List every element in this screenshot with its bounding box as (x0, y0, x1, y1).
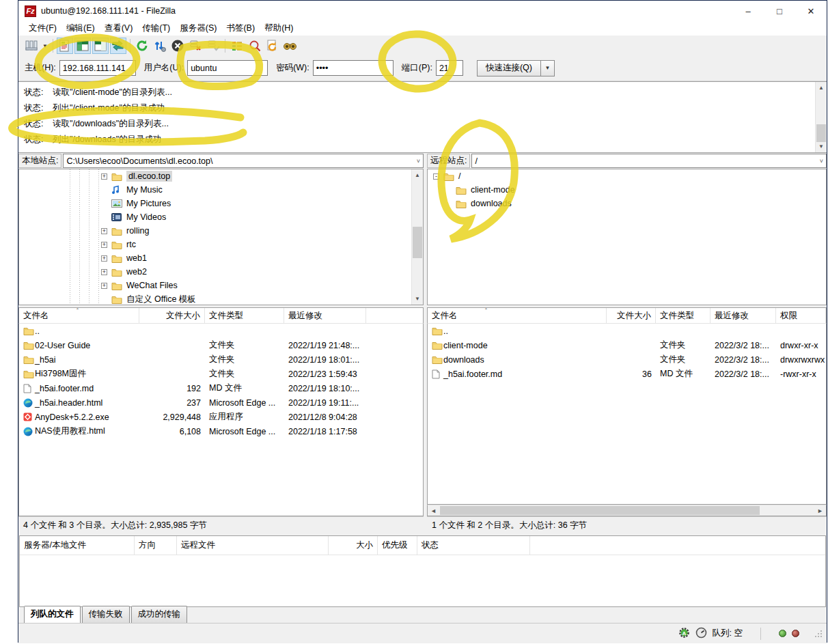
column-header-3[interactable]: 文件类型 (205, 308, 284, 323)
column-header-5[interactable]: 权限 (776, 308, 826, 323)
tree-item-label[interactable]: rolling (126, 226, 149, 236)
column-header-1[interactable]: 文件名 (428, 308, 607, 323)
file-row[interactable]: 02-User Guide文件夹2022/1/19 21:48:... (19, 338, 423, 352)
local-tree-scroll-thumb[interactable] (413, 227, 422, 258)
password-input[interactable] (313, 60, 394, 76)
port-input[interactable] (436, 60, 463, 76)
resize-grip[interactable] (814, 630, 823, 638)
file-name[interactable]: AnyDesk+5.2.2.exe (35, 412, 109, 422)
process-queue-icon[interactable] (152, 38, 168, 54)
column-header-2[interactable]: 文件大小 (607, 308, 656, 323)
tab-successful-transfers[interactable]: 成功的传输 (131, 606, 188, 623)
column-header-2[interactable]: 文件大小 (139, 308, 205, 323)
scroll-up-icon[interactable]: ▲ (412, 169, 423, 181)
tree-item-label[interactable]: rtc (126, 240, 136, 249)
tree-item-label[interactable]: downloads (471, 199, 512, 208)
toggle-transfer-queue-icon[interactable] (110, 38, 126, 54)
tree-expander-icon[interactable]: + (101, 242, 107, 248)
tree-expander-icon[interactable]: + (101, 255, 107, 262)
log-scroll-thumb[interactable] (816, 124, 826, 142)
file-row[interactable]: NAS使用教程.html6,108Microsoft Edge ...2022/… (19, 424, 423, 438)
local-tree-item[interactable]: +web1 (19, 251, 423, 265)
find-files-icon[interactable] (282, 38, 299, 54)
log-scrollbar[interactable]: ▲ ▼ (815, 82, 827, 152)
chevron-down-icon[interactable]: ˅ (417, 158, 420, 165)
file-name[interactable]: _h5ai (35, 355, 56, 365)
tree-expander-icon[interactable]: + (101, 283, 107, 289)
file-name[interactable]: NAS使用教程.html (35, 425, 105, 437)
file-row[interactable]: .. (428, 324, 826, 338)
file-row[interactable]: _h5ai.header.html237Microsoft Edge ...20… (19, 395, 423, 410)
tree-expander-icon[interactable]: + (101, 228, 107, 234)
local-tree-scrollbar[interactable]: ▲ ▼ (411, 169, 423, 305)
file-name[interactable]: .. (35, 326, 40, 336)
menu-item-4[interactable]: 传输(T) (137, 21, 175, 36)
quickconnect-button[interactable]: 快速连接(Q) (477, 60, 541, 76)
username-input[interactable] (187, 60, 268, 76)
column-header-3[interactable]: 文件类型 (656, 308, 710, 323)
file-name[interactable]: _h5ai.header.html (35, 398, 102, 408)
file-row[interactable]: AnyDesk+5.2.2.exe2,929,448应用程序2021/12/8 … (19, 410, 423, 424)
scroll-down-icon[interactable]: ▼ (816, 141, 827, 152)
maximize-button[interactable]: □ (764, 1, 795, 21)
file-row[interactable]: Hi3798M固件文件夹2022/1/23 1:59:43 (19, 367, 423, 381)
compare-directories-icon[interactable] (247, 38, 263, 54)
file-name[interactable]: _h5ai.footer.md (443, 369, 502, 379)
menu-item-6[interactable]: 书签(B) (221, 21, 260, 36)
tree-expander-icon[interactable]: - (433, 173, 439, 180)
quickconnect-dropdown[interactable]: ▼ (541, 60, 555, 76)
local-tree-item[interactable]: +WeChat Files (19, 279, 423, 292)
tree-item-label[interactable]: My Music (126, 185, 163, 195)
menu-item-2[interactable]: 编辑(E) (61, 21, 100, 36)
cancel-icon[interactable] (169, 38, 186, 54)
chevron-down-icon[interactable]: ˅ (820, 158, 823, 165)
remote-scroll-thumb[interactable] (440, 506, 760, 515)
scroll-right-icon[interactable]: ► (814, 507, 826, 514)
tree-item-label[interactable]: web2 (126, 267, 147, 277)
file-name[interactable]: .. (443, 326, 448, 336)
scroll-up-icon[interactable]: ▲ (816, 82, 827, 94)
remote-tree-item[interactable]: client-mode (428, 183, 826, 197)
local-tree-item[interactable]: My Videos (19, 210, 423, 224)
local-tree-item[interactable]: My Pictures (19, 197, 423, 210)
file-row[interactable]: _h5ai文件夹2022/1/19 18:01:... (19, 352, 423, 367)
minimize-button[interactable]: – (732, 1, 764, 21)
tree-item-label[interactable]: My Videos (126, 212, 166, 222)
file-row[interactable]: client-mode文件夹2022/3/2 18:...drwxr-xr-x (428, 338, 826, 352)
remote-tree-item[interactable]: downloads (428, 197, 826, 210)
speed-limit-dial-icon[interactable] (695, 627, 707, 641)
remote-tree-item[interactable]: -/ (428, 169, 826, 183)
file-name[interactable]: _h5ai.footer.md (35, 384, 94, 393)
tree-item-label[interactable]: My Pictures (126, 199, 171, 208)
site-manager-icon[interactable] (23, 38, 40, 54)
remote-horizontal-scrollbar[interactable]: ◄ ► (427, 505, 827, 516)
file-row[interactable]: _h5ai.footer.md36MD 文件2022/3/2 18:...-rw… (428, 367, 826, 381)
synchronized-browsing-icon[interactable] (264, 38, 281, 54)
tree-item-label[interactable]: web1 (126, 253, 147, 263)
tree-item-label[interactable]: client-mode (471, 185, 515, 195)
queue-column-header-4[interactable]: 大小 (329, 536, 378, 555)
file-name[interactable]: downloads (443, 355, 484, 365)
filter-icon[interactable] (229, 38, 245, 54)
reconnect-icon[interactable] (205, 38, 221, 54)
tab-queued-files[interactable]: 列队的文件 (24, 606, 81, 623)
menu-item-3[interactable]: 查看(V) (100, 21, 138, 36)
menu-item-5[interactable]: 服务器(S) (175, 21, 221, 36)
tree-item-label[interactable]: dl.ecoo.top (126, 171, 172, 182)
local-tree-item[interactable]: +web2 (19, 265, 423, 279)
tree-expander-icon[interactable]: + (101, 173, 107, 180)
toggle-remote-tree-icon[interactable] (92, 38, 109, 54)
remote-site-combo[interactable]: / ˅ (471, 154, 827, 168)
queue-column-header-6[interactable]: 状态 (417, 536, 530, 555)
tree-item-label[interactable]: 自定义 Office 模板 (126, 294, 196, 305)
local-site-combo[interactable]: C:\Users\ecoo\Documents\dl.ecoo.top\ ˅ (63, 154, 424, 168)
local-tree-item[interactable]: +dl.ecoo.top (19, 169, 423, 183)
file-name[interactable]: Hi3798M固件 (35, 368, 86, 380)
column-header-4[interactable]: 最近修改 (710, 308, 776, 323)
menu-item-1[interactable]: 文件(F) (24, 21, 61, 36)
queue-column-header-5[interactable]: 优先级 (378, 536, 417, 555)
file-name[interactable]: client-mode (443, 341, 488, 350)
tree-expander-icon[interactable]: + (101, 269, 107, 275)
toggle-local-tree-icon[interactable] (74, 38, 91, 54)
local-tree-item[interactable]: 自定义 Office 模板 (19, 292, 423, 305)
